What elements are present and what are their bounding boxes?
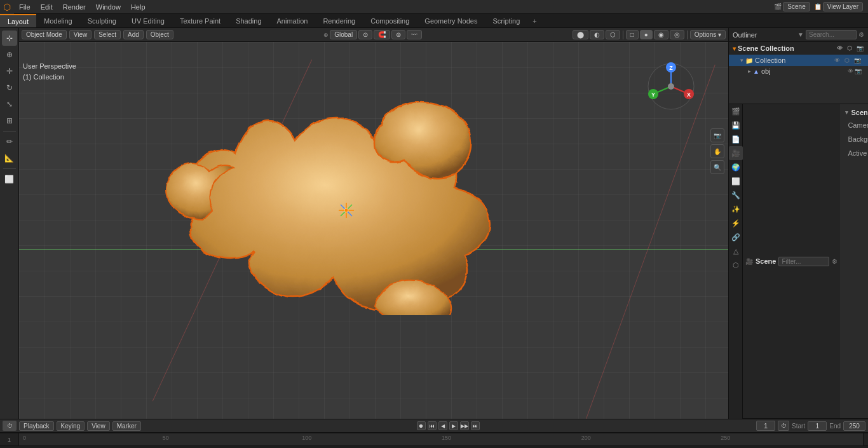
prop-tab-particles[interactable]: ✨ [729,202,743,216]
tab-compositing[interactable]: Compositing [363,14,417,27]
tool-scale[interactable]: ⤡ [2,97,17,112]
viewport-select-menu[interactable]: Select [94,30,121,39]
tool-transform[interactable]: ⊞ [2,113,17,128]
pivot-point-btn[interactable]: ⊙ [358,30,372,39]
timeline-scrollbar[interactable] [863,433,868,445]
scene-collection-row[interactable]: ▾ Scene Collection 👁 ⬡ 📷 [729,42,868,55]
transform-global-dropdown[interactable]: Global [330,30,357,39]
tab-uv-editing[interactable]: UV Editing [124,14,172,27]
obj-eye-icon[interactable]: 👁 [848,68,853,74]
playback-menu[interactable]: Playback [19,421,54,431]
obj-camera-icon[interactable]: 📷 [855,68,862,74]
viewport-3d[interactable]: Object Mode View Select Add Object ⊕ Glo… [19,28,728,419]
tab-modeling[interactable]: Modeling [36,14,80,27]
menu-help[interactable]: Help [126,2,151,12]
add-workspace-button[interactable]: + [527,16,541,26]
properties-filter-options[interactable]: ⚙ [832,258,837,265]
prop-tab-view-layer[interactable]: 📄 [729,132,743,146]
scene-visibility-icon[interactable]: 👁 [835,44,844,53]
tool-annotate[interactable]: ✏ [2,134,17,149]
sculpted-object[interactable] [159,74,540,315]
tab-animation[interactable]: Animation [269,14,316,27]
tool-add-cube[interactable]: ⬜ [2,172,17,187]
coll-select-icon[interactable]: ⬡ [843,56,851,65]
zoom-view-btn[interactable]: 🔍 [710,160,724,174]
object-mode-dropdown[interactable]: Object Mode [22,30,67,39]
menu-edit[interactable]: Edit [36,2,58,12]
move-view-btn[interactable]: ✋ [710,144,724,158]
menu-window[interactable]: Window [91,2,126,12]
prop-tab-scene[interactable]: 🎥 [729,146,743,160]
proportional2-btn[interactable]: 〰 [407,30,422,39]
prev-frame-btn[interactable]: ◀ [438,421,447,430]
prop-tab-output[interactable]: 💾 [729,118,743,132]
coll-render-icon[interactable]: 📷 [853,56,862,65]
start-frame-input[interactable]: 1 [808,421,827,431]
marker-menu[interactable]: Marker [112,421,141,431]
tab-texture-paint[interactable]: Texture Paint [172,14,228,27]
record-btn[interactable]: ⏺ [417,421,426,430]
viewport-shading-btn[interactable]: ⬤ [573,30,588,39]
tab-geometry-nodes[interactable]: Geometry Nodes [417,14,485,27]
viewport-overlay-btn[interactable]: ◐ [590,30,604,39]
next-frame-btn[interactable]: ▶▶ [460,421,469,430]
current-frame-input[interactable]: 1 [756,421,775,431]
solid-shading-btn[interactable]: ● [640,30,653,39]
play-btn[interactable]: ▶ [449,421,458,430]
prop-tab-render[interactable]: 🎬 [729,104,743,118]
timeline-view-menu[interactable]: View [87,421,110,431]
camera-view-btn[interactable]: 📷 [710,128,724,142]
properties-search[interactable] [778,257,829,266]
viewport-view-menu[interactable]: View [69,30,92,39]
tool-move[interactable]: ✛ [2,64,17,79]
options-btn[interactable]: Options ▾ [690,30,726,39]
filter-icon[interactable]: ⚙ [858,31,864,38]
tool-rotate[interactable]: ↻ [2,80,17,95]
tool-select[interactable]: ⊹ [2,31,17,46]
prop-tab-physics[interactable]: ⚡ [729,216,743,230]
svg-text:X: X [687,92,691,98]
proportional-btn[interactable]: ⊜ [391,30,405,39]
prop-tab-material[interactable]: ⬡ [729,258,743,272]
timeline-track[interactable]: 0 50 100 150 200 250 [22,433,860,445]
menu-render[interactable]: Render [58,2,91,12]
wire-shading-btn[interactable]: □ [626,30,639,39]
prop-tab-world[interactable]: 🌍 [729,160,743,174]
scene-section-header[interactable]: ▾ Scene [840,107,868,118]
prop-tab-object[interactable]: ⬜ [729,174,743,188]
obj-row[interactable]: ▸ ▲ obj 👁 📷 [729,66,868,76]
tab-scripting[interactable]: Scripting [485,14,527,27]
navigation-gizmo[interactable]: Z X Y [646,61,696,112]
prop-tab-modifier[interactable]: 🔧 [729,188,743,202]
material-shading-btn[interactable]: ◉ [654,30,668,39]
scene-selector[interactable]: Scene [783,2,810,11]
tab-shading[interactable]: Shading [228,14,269,27]
scene-render-icon[interactable]: 📷 [855,44,864,53]
timeline-clock-icon[interactable]: ⏱ [3,421,17,431]
viewport-xray-btn[interactable]: ⬡ [606,30,620,39]
prop-tab-constraints[interactable]: 🔗 [729,230,743,244]
menu-file[interactable]: File [14,2,36,12]
tab-sculpting[interactable]: Sculpting [80,14,124,27]
coll-eye-icon[interactable]: 👁 [832,56,841,65]
viewport-add-menu[interactable]: Add [123,30,144,39]
snapping-btn[interactable]: 🧲 [374,30,390,39]
tool-cursor[interactable]: ⊕ [2,47,17,62]
end-frame-input[interactable]: 250 [843,421,865,431]
viewport-object-menu[interactable]: Object [146,30,173,39]
main-layout: ⊹ ⊕ ✛ ↻ ⤡ ⊞ ✏ 📐 ⬜ Object Mode View Selec… [0,28,868,419]
collection-row[interactable]: ▾ 📁 Collection 👁 ⬡ 📷 [729,55,868,66]
jump-end-btn[interactable]: ⏭ [471,421,480,430]
render-shading-btn[interactable]: ◎ [670,30,684,39]
keying-menu[interactable]: Keying [57,421,85,431]
scene-select-icon[interactable]: ⬡ [845,44,854,53]
view-layer-selector[interactable]: View Layer [823,2,863,11]
prop-tab-data[interactable]: △ [729,244,743,258]
tab-layout[interactable]: Layout [0,14,36,27]
tab-rendering[interactable]: Rendering [315,14,363,27]
outliner-search[interactable] [806,30,857,39]
tool-measure[interactable]: 📐 [2,151,17,166]
jump-start-btn[interactable]: ⏮ [428,421,437,430]
viewport-canvas[interactable]: User Perspective (1) Collection Z X [19,42,728,419]
playback-speed-btn[interactable]: ⏱ [778,421,789,431]
